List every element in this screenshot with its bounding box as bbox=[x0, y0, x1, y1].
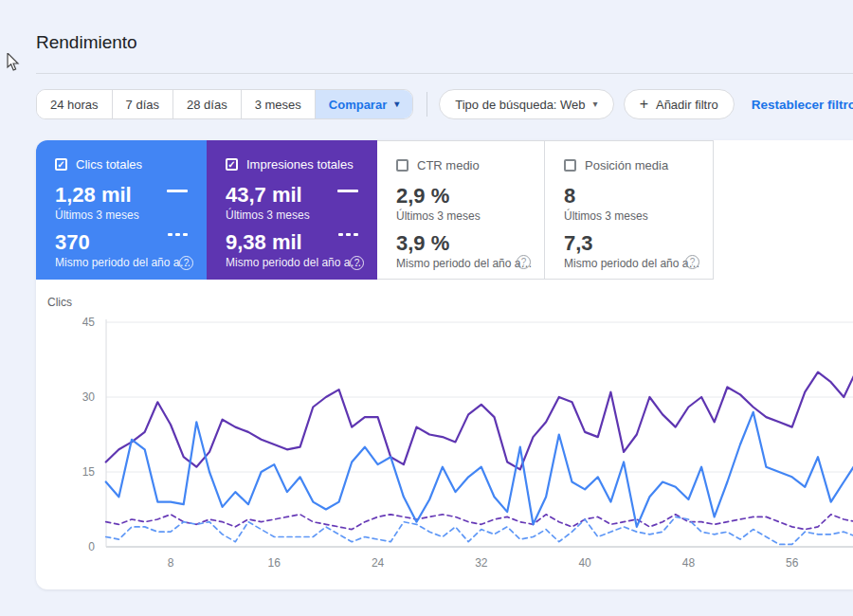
x-tick-label: 48 bbox=[682, 556, 696, 570]
y-tick-label: 30 bbox=[82, 390, 96, 404]
y-tick-label: 0 bbox=[88, 540, 95, 553]
series-dashed bbox=[106, 516, 853, 544]
x-tick-label: 32 bbox=[475, 556, 488, 570]
y-tick-label: 45 bbox=[82, 316, 96, 329]
performance-chart[interactable]: 01530458162432404856 bbox=[0, 0, 853, 616]
x-tick-label: 56 bbox=[786, 556, 799, 570]
search-console-performance-page: { "page": { "title": "Rendimiento" }, "t… bbox=[0, 0, 853, 616]
series-dashed bbox=[106, 515, 853, 530]
y-tick-label: 15 bbox=[82, 465, 96, 479]
mouse-cursor bbox=[7, 53, 22, 76]
x-tick-label: 24 bbox=[372, 556, 385, 570]
x-tick-label: 8 bbox=[168, 556, 174, 570]
x-tick-label: 16 bbox=[268, 556, 281, 570]
x-tick-label: 40 bbox=[578, 556, 591, 570]
series-solid bbox=[106, 370, 853, 469]
chart-y-axis-title: Clics bbox=[47, 296, 72, 309]
